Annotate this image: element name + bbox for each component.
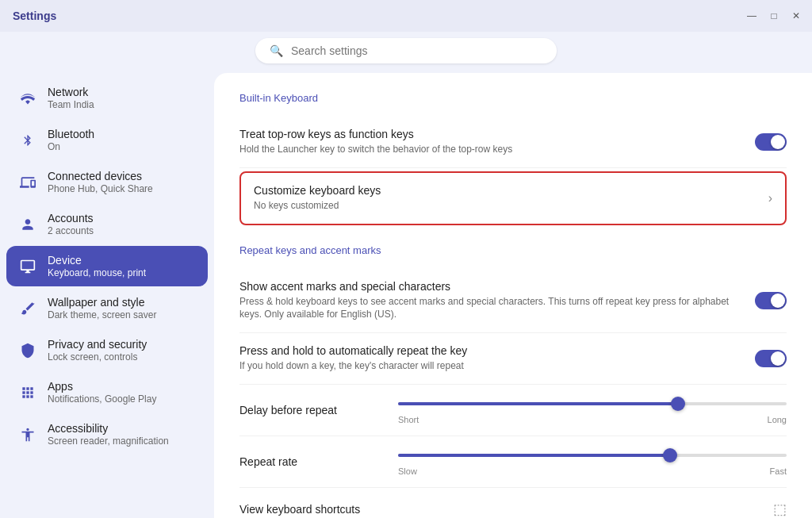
delay-label: Delay before repeat	[239, 404, 398, 416]
device-title: Device	[48, 254, 146, 267]
sidebar-item-apps[interactable]: Apps Notifications, Google Play	[6, 372, 208, 412]
accent-marks-info: Show accent marks and special characters…	[239, 280, 755, 322]
wallpaper-sub: Dark theme, screen saver	[48, 309, 156, 320]
accessibility-icon	[19, 426, 36, 443]
bluetooth-title: Bluetooth	[48, 128, 94, 140]
delay-slider-wrap[interactable]	[398, 396, 787, 412]
rate-slider-container: Slow Fast	[398, 447, 787, 476]
sidebar-item-wallpaper[interactable]: Wallpaper and style Dark theme, screen s…	[6, 288, 208, 328]
shortcuts-label: View keyboard shortcuts	[239, 503, 360, 516]
accounts-title: Accounts	[48, 212, 94, 224]
accessibility-item-text: Accessibility Screen reader, magnificati…	[48, 422, 169, 447]
chevron-right-icon: ›	[768, 191, 772, 205]
customize-info: Customize keyboard keys No keys customiz…	[254, 184, 768, 213]
accent-marks-toggle[interactable]	[755, 292, 787, 309]
rate-fast-label: Fast	[770, 466, 787, 476]
wallpaper-item-text: Wallpaper and style Dark theme, screen s…	[48, 296, 156, 320]
function-keys-desc: Hold the Launcher key to switch the beha…	[239, 143, 739, 156]
delay-slider-thumb[interactable]	[671, 397, 685, 411]
brush-icon	[19, 300, 36, 317]
function-keys-name: Treat top-row keys as function keys	[239, 128, 739, 140]
rate-slider-wrap[interactable]	[398, 447, 787, 463]
rate-label: Repeat rate	[239, 455, 398, 468]
apps-icon	[19, 384, 36, 401]
bluetooth-item-text: Bluetooth On	[48, 128, 94, 152]
rate-row: Repeat rate Slow Fast	[239, 436, 787, 488]
shield-icon	[19, 342, 36, 359]
delay-slider-fill	[398, 402, 678, 405]
auto-repeat-row: Press and hold to automatically repeat t…	[239, 333, 787, 385]
accessibility-sub: Screen reader, magnification	[48, 436, 169, 447]
delay-slider-track	[398, 402, 787, 405]
sidebar-item-privacy[interactable]: Privacy and security Lock screen, contro…	[6, 330, 208, 370]
function-keys-toggle[interactable]	[755, 133, 787, 151]
maximize-button[interactable]: □	[768, 10, 780, 22]
app-container: 🔍 Network Team India	[0, 32, 812, 518]
network-title: Network	[48, 86, 94, 98]
customize-name: Customize keyboard keys	[254, 184, 753, 197]
sidebar-item-device[interactable]: Device Keyboard, mouse, print	[6, 246, 208, 286]
delay-long-label: Long	[768, 415, 787, 424]
accounts-item-text: Accounts 2 accounts	[48, 212, 94, 236]
minimize-button[interactable]: —	[745, 10, 758, 22]
delay-slider-labels: Short Long	[398, 415, 787, 424]
wallpaper-title: Wallpaper and style	[48, 296, 156, 309]
auto-repeat-info: Press and hold to automatically repeat t…	[239, 344, 755, 373]
rate-slider-fill	[398, 454, 670, 457]
external-link-icon: ⬚	[773, 501, 787, 518]
network-item-text: Network Team India	[48, 86, 94, 110]
accent-marks-row: Show accent marks and special characters…	[239, 269, 787, 334]
delay-slider-container: Short Long	[398, 396, 787, 424]
search-bar: 🔍	[255, 38, 557, 63]
search-input[interactable]	[291, 44, 542, 57]
privacy-sub: Lock screen, controls	[48, 351, 147, 363]
delay-row: Delay before repeat Short Long	[239, 385, 787, 436]
privacy-title: Privacy and security	[48, 338, 147, 351]
delay-short-label: Short	[398, 415, 419, 424]
main-panel: Built-in Keyboard Treat top-row keys as …	[214, 73, 812, 518]
connected-item-text: Connected devices Phone Hub, Quick Share	[48, 170, 153, 194]
customize-sub: No keys customized	[254, 199, 753, 213]
monitor-icon	[19, 258, 36, 275]
sidebar-item-connected[interactable]: Connected devices Phone Hub, Quick Share	[6, 162, 208, 202]
repeat-section-title: Repeat keys and accent marks	[239, 244, 787, 256]
auto-repeat-toggle[interactable]	[755, 350, 787, 367]
function-keys-row: Treat top-row keys as function keys Hold…	[239, 117, 787, 168]
view-shortcuts-row[interactable]: View keyboard shortcuts ⬚	[239, 488, 787, 518]
search-bar-container: 🔍	[0, 32, 812, 73]
accessibility-title: Accessibility	[48, 422, 169, 435]
device-item-text: Device Keyboard, mouse, print	[48, 254, 146, 278]
auto-repeat-name: Press and hold to automatically repeat t…	[239, 344, 739, 357]
app-title: Settings	[13, 10, 56, 22]
sidebar-item-accessibility[interactable]: Accessibility Screen reader, magnificati…	[6, 414, 208, 455]
bluetooth-sub: On	[48, 141, 94, 152]
sidebar-item-bluetooth[interactable]: Bluetooth On	[6, 120, 208, 160]
window-controls: — □ ✕	[745, 10, 802, 22]
account-icon	[19, 216, 36, 233]
accent-marks-name: Show accent marks and special characters	[239, 280, 739, 293]
close-button[interactable]: ✕	[790, 10, 802, 22]
sidebar-item-accounts[interactable]: Accounts 2 accounts	[6, 204, 208, 244]
connected-title: Connected devices	[48, 170, 153, 182]
network-sub: Team India	[48, 99, 94, 110]
search-icon: 🔍	[270, 44, 283, 57]
sidebar: Network Team India Bluetooth On	[0, 73, 214, 518]
auto-repeat-desc: If you hold down a key, the key's charac…	[239, 359, 739, 373]
apps-title: Apps	[48, 380, 156, 393]
connected-sub: Phone Hub, Quick Share	[48, 183, 153, 194]
device-sub: Keyboard, mouse, print	[48, 267, 146, 278]
apps-sub: Notifications, Google Play	[48, 393, 156, 405]
sidebar-item-network[interactable]: Network Team India	[6, 78, 208, 118]
builtin-keyboard-title: Built-in Keyboard	[239, 92, 787, 104]
accent-marks-desc: Press & hold keyboard keys to see accent…	[239, 295, 739, 322]
rate-slider-track	[398, 454, 787, 457]
titlebar: Settings — □ ✕	[0, 0, 812, 32]
devices-icon	[19, 174, 36, 191]
rate-slider-thumb[interactable]	[663, 448, 677, 462]
wifi-icon	[19, 90, 36, 107]
apps-item-text: Apps Notifications, Google Play	[48, 380, 156, 405]
rate-slow-label: Slow	[398, 466, 417, 476]
privacy-item-text: Privacy and security Lock screen, contro…	[48, 338, 147, 363]
rate-slider-labels: Slow Fast	[398, 466, 787, 476]
customize-keyboard-row[interactable]: Customize keyboard keys No keys customiz…	[239, 171, 787, 225]
